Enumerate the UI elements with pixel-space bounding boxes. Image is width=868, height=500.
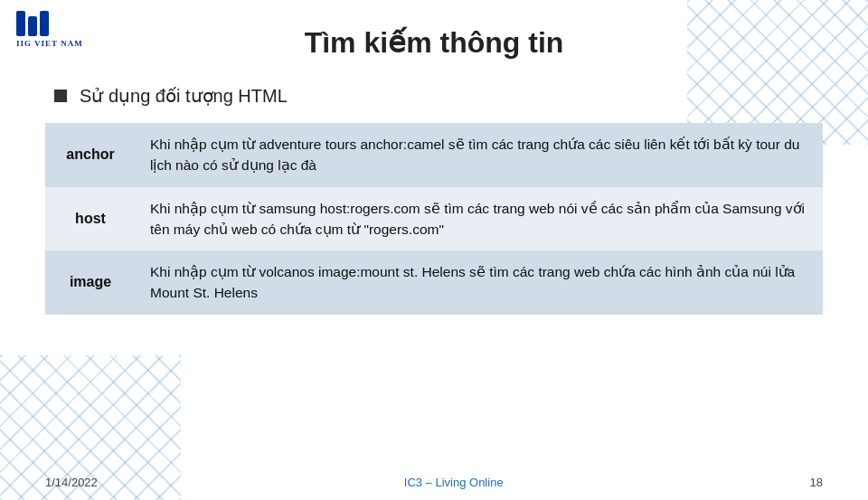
table-row: anchorKhi nhập cụm từ adventure tours an… bbox=[45, 123, 823, 187]
footer: 1/14/2022 IC3 – Living Online 18 bbox=[0, 476, 868, 489]
info-table: anchorKhi nhập cụm từ adventure tours an… bbox=[45, 123, 823, 315]
table-row: hostKhi nhập cụm từ samsung host:rogers.… bbox=[45, 187, 823, 251]
logo-bars bbox=[16, 11, 83, 36]
table-row: imageKhi nhập cụm từ volcanos image:moun… bbox=[45, 250, 823, 315]
bullet-square-icon bbox=[54, 90, 67, 102]
table-cell-term: image bbox=[45, 250, 136, 315]
footer-page: 18 bbox=[810, 476, 823, 489]
page-title: Tìm kiếm thông tin bbox=[45, 25, 823, 60]
bullet-section: Sử dụng đối tượng HTML bbox=[54, 85, 823, 107]
logo-text: IIG VIET NAM bbox=[16, 39, 83, 48]
bullet-label: Sử dụng đối tượng HTML bbox=[80, 85, 288, 107]
table-cell-term: host bbox=[45, 187, 136, 251]
footer-center: IC3 – Living Online bbox=[404, 476, 504, 489]
logo-bar-1 bbox=[16, 11, 25, 36]
table-cell-description: Khi nhập cụm từ samsung host:rogers.com … bbox=[136, 187, 823, 251]
table-cell-description: Khi nhập cụm từ adventure tours anchor:c… bbox=[136, 123, 823, 187]
footer-date: 1/14/2022 bbox=[45, 476, 98, 489]
logo: IIG VIET NAM bbox=[16, 11, 83, 48]
table-cell-term: anchor bbox=[45, 123, 136, 187]
logo-bar-3 bbox=[40, 11, 49, 36]
logo-bar-2 bbox=[28, 16, 37, 36]
main-content: Tìm kiếm thông tin Sử dụng đối tượng HTM… bbox=[0, 0, 868, 500]
table-cell-description: Khi nhập cụm từ volcanos image:mount st.… bbox=[136, 250, 823, 315]
